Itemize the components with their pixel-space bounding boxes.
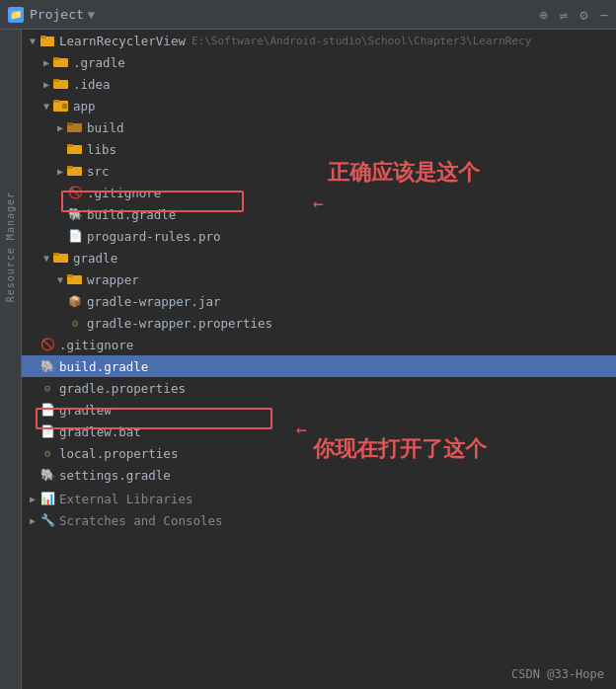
gradle-hidden-folder-icon xyxy=(53,54,69,70)
project-icon: 📁 xyxy=(8,7,24,23)
gradle-folder-icon xyxy=(53,250,69,266)
proguard-icon: 📄 xyxy=(67,228,83,244)
root-label: LearnRecyclerView xyxy=(59,34,186,48)
build-arrow: ▶ xyxy=(53,120,67,134)
root-build-gradle-label: build.gradle xyxy=(59,359,148,374)
src-label: src xyxy=(87,164,110,179)
list-item[interactable]: 📄 gradlew xyxy=(22,399,616,421)
app-gitignore-icon: 🚫 xyxy=(67,185,83,200)
external-libraries-item[interactable]: ▶ 📊 External Libraries xyxy=(22,488,616,509)
dropdown-arrow[interactable]: ▼ xyxy=(88,8,95,22)
root-path: E:\Software\Android-studio\School\Chapte… xyxy=(192,35,531,47)
build-folder-icon xyxy=(67,119,83,135)
list-item[interactable]: ⚙ gradle-wrapper.properties xyxy=(22,312,616,334)
app-label: app xyxy=(73,99,96,114)
gradle-wrapper-props-label: gradle-wrapper.properties xyxy=(87,316,272,331)
gradle-label: gradle xyxy=(73,251,117,266)
wrapper-folder-icon xyxy=(67,271,83,287)
svg-rect-7 xyxy=(53,100,59,103)
list-item[interactable]: ▶ .gradle xyxy=(22,51,616,73)
app-arrow: ▼ xyxy=(39,99,53,113)
ext-libs-label: External Libraries xyxy=(59,492,192,506)
list-item[interactable]: libs xyxy=(22,138,616,160)
watermark: CSDN @33-Hope xyxy=(511,667,604,681)
svg-rect-10 xyxy=(67,122,73,125)
svg-rect-5 xyxy=(53,79,59,82)
list-item[interactable]: 📄 proguard-rules.pro xyxy=(22,225,616,247)
ext-libs-icon: 📊 xyxy=(39,491,55,506)
title-text: Project xyxy=(30,7,84,22)
list-item[interactable]: ▶ build xyxy=(22,116,616,138)
scratches-icon: 🔧 xyxy=(39,512,55,528)
settings-gradle-icon: 🐘 xyxy=(39,467,55,483)
app-build-gradle-label: build.gradle xyxy=(87,207,176,222)
root-gitignore-label: .gitignore xyxy=(59,338,133,352)
resource-manager-tab[interactable]: Resource Manager xyxy=(5,191,16,302)
svg-rect-8 xyxy=(62,104,67,109)
svg-rect-14 xyxy=(67,166,73,169)
list-item[interactable]: ▼ wrapper xyxy=(22,268,616,290)
gradle-hidden-label: .gradle xyxy=(73,55,125,70)
list-item[interactable]: ⚙ local.properties xyxy=(22,442,616,464)
ext-libs-arrow: ▶ xyxy=(26,492,39,505)
split-icon[interactable]: ⇌ xyxy=(560,7,568,23)
list-item[interactable]: 📦 gradle-wrapper.jar xyxy=(22,290,616,312)
idea-label: .idea xyxy=(73,77,111,92)
gradle-wrapper-jar-label: gradle-wrapper.jar xyxy=(87,294,220,309)
gradlew-bat-icon: 📄 xyxy=(39,423,55,439)
gradle-arrow: ▼ xyxy=(39,251,53,265)
svg-rect-12 xyxy=(67,144,73,147)
title-controls: ⊕ ⇌ ⚙ − xyxy=(539,7,608,23)
idea-arrow: ▶ xyxy=(39,77,53,91)
gradlew-bat-label: gradlew.bat xyxy=(59,424,141,439)
gradle-wrapper-jar-icon: 📦 xyxy=(67,293,83,309)
gradlew-icon: 📄 xyxy=(39,402,55,418)
gradle-props-icon: ⚙ xyxy=(39,380,55,396)
list-item[interactable]: 🐘 settings.gradle xyxy=(22,464,616,486)
list-item[interactable]: ▶ .idea xyxy=(22,73,616,95)
local-props-label: local.properties xyxy=(59,446,178,461)
gear-icon[interactable]: ⚙ xyxy=(579,7,587,23)
scratches-label: Scratches and Consoles xyxy=(59,513,223,528)
title-bar: 📁 Project ▼ ⊕ ⇌ ⚙ − xyxy=(0,0,616,30)
plus-icon[interactable]: ⊕ xyxy=(539,7,547,23)
list-item[interactable]: ⚙ gradle.properties xyxy=(22,377,616,399)
main-panel: Resource Manager ▼ LearnRecyclerView E:\… xyxy=(0,30,616,689)
libs-folder-icon xyxy=(67,141,83,157)
svg-rect-18 xyxy=(67,274,73,277)
root-build-gradle-icon: 🐘 xyxy=(39,358,55,374)
side-tabs: Resource Manager xyxy=(0,30,22,689)
build-label: build xyxy=(87,120,124,135)
root-build-gradle-item[interactable]: 🐘 build.gradle xyxy=(22,355,616,377)
app-gitignore-label: .gitignore xyxy=(87,186,161,200)
gradlew-label: gradlew xyxy=(59,403,112,418)
app-folder-icon xyxy=(53,98,69,114)
gradle-hidden-arrow: ▶ xyxy=(39,55,53,69)
list-item[interactable]: 📄 gradlew.bat xyxy=(22,421,616,442)
svg-rect-1 xyxy=(40,36,46,38)
svg-rect-16 xyxy=(53,253,59,256)
app-build-gradle-icon: 🐘 xyxy=(67,206,83,222)
list-item[interactable]: ▶ src xyxy=(22,160,616,182)
list-item[interactable]: ▼ gradle xyxy=(22,247,616,268)
root-arrow: ▼ xyxy=(26,34,39,47)
proguard-label: proguard-rules.pro xyxy=(87,229,220,244)
src-arrow: ▶ xyxy=(53,164,67,178)
project-tree-panel: ▼ LearnRecyclerView E:\Software\Android-… xyxy=(22,30,616,689)
gradle-props-label: gradle.properties xyxy=(59,381,186,396)
root-gitignore-icon: 🚫 xyxy=(39,337,55,352)
tree-root[interactable]: ▼ LearnRecyclerView E:\Software\Android-… xyxy=(22,30,616,51)
wrapper-arrow: ▼ xyxy=(53,272,67,286)
src-folder-icon xyxy=(67,163,83,179)
settings-gradle-label: settings.gradle xyxy=(59,468,171,483)
local-props-icon: ⚙ xyxy=(39,445,55,461)
app-build-gradle-item[interactable]: 🐘 build.gradle xyxy=(22,203,616,225)
list-item[interactable]: 🚫 .gitignore xyxy=(22,334,616,355)
root-folder-icon xyxy=(39,33,55,48)
idea-folder-icon xyxy=(53,76,69,92)
scratches-item[interactable]: ▶ 🔧 Scratches and Consoles xyxy=(22,509,616,531)
wrapper-label: wrapper xyxy=(87,272,139,287)
minimize-icon[interactable]: − xyxy=(600,7,608,23)
list-item[interactable]: 🚫 .gitignore xyxy=(22,182,616,203)
list-item[interactable]: ▼ app xyxy=(22,95,616,116)
